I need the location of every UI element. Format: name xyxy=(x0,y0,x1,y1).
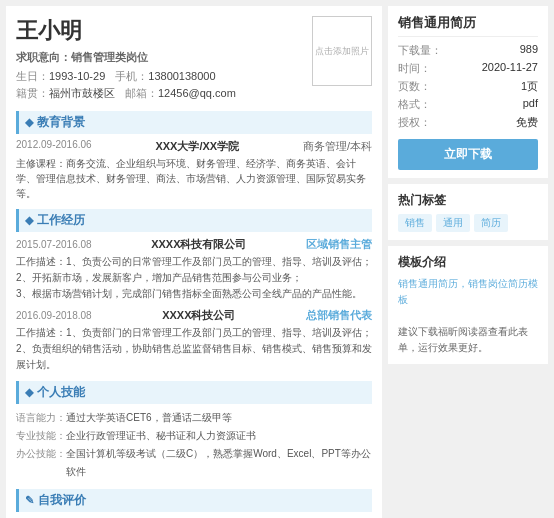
card-title: 销售通用简历 xyxy=(398,14,538,37)
stat-label-2: 页数： xyxy=(398,79,431,94)
edu-courses: 主修课程：商务交流、企业组织与环境、财务管理、经济学、商务英语、会计学、管理信息… xyxy=(16,156,372,201)
work-header-row-1: 2015.07-2016.08 XXXX科技有限公司 区域销售主管 xyxy=(16,237,372,252)
skills-icon: ◆ xyxy=(25,386,33,399)
tags-title: 热门标签 xyxy=(398,192,538,209)
phone-label: 手机： xyxy=(115,70,148,82)
self-eval-title: 自我评价 xyxy=(38,492,86,509)
education-block: 2012.09-2016.06 XXX大学/XX学院 商务管理/本科 主修课程：… xyxy=(16,139,372,201)
skills-value-3: 全国计算机等级考试（二级C），熟悉掌握Word、Excel、PPT等办公软件 xyxy=(66,445,372,481)
edu-school: XXX大学/XX学院 xyxy=(155,139,239,154)
work-date-2: 2016.09-2018.08 xyxy=(16,310,92,321)
stat-row-0: 下载量： 989 xyxy=(398,43,538,58)
right-panel: 销售通用简历 下载量： 989 时间： 2020-11-27 页数： 1页 格式… xyxy=(388,6,548,518)
edu-date: 2012.09-2016.06 xyxy=(16,139,92,154)
work-title: 工作经历 xyxy=(37,212,85,229)
intro-body: 建议下载福昕阅读器查看此表单，运行效果更好。 xyxy=(398,326,528,353)
name-block: 王小明 求职意向：销售管理类岗位 生日：1993-10-29 手机：138001… xyxy=(16,16,312,101)
resume-panel: 王小明 求职意向：销售管理类岗位 生日：1993-10-29 手机：138001… xyxy=(6,6,382,518)
skills-row-2: 专业技能： 企业行政管理证书、秘书证和人力资源证书 xyxy=(16,427,372,445)
download-button[interactable]: 立即下载 xyxy=(398,139,538,170)
work-desc-1: 工作描述：1、负责公司的日常管理工作及部门员工的管理、指导、培训及评估；2、开拓… xyxy=(16,254,372,302)
photo-box[interactable]: 点击添加照片 xyxy=(312,16,372,86)
work-header-row-2: 2016.09-2018.08 XXXX科技公司 总部销售代表 xyxy=(16,308,372,323)
stat-label-0: 下载量： xyxy=(398,43,442,58)
stat-label-3: 格式： xyxy=(398,97,431,112)
birth-label: 生日： xyxy=(16,70,49,82)
intro-text: 销售通用简历，销售岗位简历模板 建议下载福昕阅读器查看此表单，运行效果更好。 xyxy=(398,276,538,356)
work-section-header: ◆ 工作经历 xyxy=(16,209,372,232)
self-eval-section-header: ✎ 自我评价 xyxy=(16,489,372,512)
job-target: 求职意向：销售管理类岗位 xyxy=(16,50,312,65)
stat-label-4: 授权： xyxy=(398,115,431,130)
skills-label-1: 语言能力： xyxy=(16,409,66,427)
skills-value-1: 通过大学英语CET6，普通话二级甲等 xyxy=(66,409,232,427)
birth-value: 1993-10-29 xyxy=(49,70,105,82)
basic-info: 生日：1993-10-29 手机：13800138000 籍贯：福州市鼓楼区 邮… xyxy=(16,69,312,101)
email-info: 邮箱：12456@qq.com xyxy=(125,86,236,101)
work-company-1: XXXX科技有限公司 xyxy=(151,237,246,252)
candidate-name: 王小明 xyxy=(16,16,312,46)
info-card: 销售通用简历 下载量： 989 时间： 2020-11-27 页数： 1页 格式… xyxy=(388,6,548,178)
tag-0[interactable]: 销售 xyxy=(398,214,432,232)
work-icon: ◆ xyxy=(25,214,33,227)
stat-value-4: 免费 xyxy=(516,115,538,130)
stat-label-1: 时间： xyxy=(398,61,431,76)
edu-row: 2012.09-2016.06 XXX大学/XX学院 商务管理/本科 xyxy=(16,139,372,154)
resume-header: 王小明 求职意向：销售管理类岗位 生日：1993-10-29 手机：138001… xyxy=(16,16,372,101)
intro-highlight: 销售通用简历，销售岗位简历模板 xyxy=(398,278,538,305)
job-target-value: 销售管理类岗位 xyxy=(71,51,148,63)
work-company-2: XXXX科技公司 xyxy=(162,308,235,323)
stat-value-1: 2020-11-27 xyxy=(482,61,538,76)
skills-value-2: 企业行政管理证书、秘书证和人力资源证书 xyxy=(66,427,256,445)
intro-title: 模板介绍 xyxy=(398,254,538,271)
skills-label-2: 专业技能： xyxy=(16,427,66,445)
email-value: 12456@qq.com xyxy=(158,87,236,99)
skills-title: 个人技能 xyxy=(37,384,85,401)
work-date-1: 2015.07-2016.08 xyxy=(16,239,92,250)
tags-card: 热门标签 销售 通用 简历 xyxy=(388,184,548,240)
hometown-label: 籍贯： xyxy=(16,87,49,99)
education-icon: ◆ xyxy=(25,116,33,129)
edu-degree: 商务管理/本科 xyxy=(303,139,372,154)
skills-label-3: 办公技能： xyxy=(16,445,66,481)
tag-2[interactable]: 简历 xyxy=(474,214,508,232)
stat-row-3: 格式： pdf xyxy=(398,97,538,112)
skills-section-header: ◆ 个人技能 xyxy=(16,381,372,404)
photo-placeholder: 点击添加照片 xyxy=(315,45,369,58)
education-section-header: ◆ 教育背景 xyxy=(16,111,372,134)
email-label: 邮箱： xyxy=(125,87,158,99)
stat-row-2: 页数： 1页 xyxy=(398,79,538,94)
phone-value: 13800138000 xyxy=(148,70,215,82)
education-title: 教育背景 xyxy=(37,114,85,131)
work-desc-2: 工作描述：1、负责部门的日常管理工作及部门员工的管理、指导、培训及评估；2、负责… xyxy=(16,325,372,373)
stats-list: 下载量： 989 时间： 2020-11-27 页数： 1页 格式： pdf 授… xyxy=(398,43,538,130)
skills-table: 语言能力： 通过大学英语CET6，普通话二级甲等 专业技能： 企业行政管理证书、… xyxy=(16,409,372,481)
stat-row-1: 时间： 2020-11-27 xyxy=(398,61,538,76)
work-desc-text-1: 工作描述：1、负责公司的日常管理工作及部门员工的管理、指导、培训及评估；2、开拓… xyxy=(16,256,372,299)
work-position-1: 区域销售主管 xyxy=(306,237,372,252)
work-block-2: 2016.09-2018.08 XXXX科技公司 总部销售代表 工作描述：1、负… xyxy=(16,308,372,373)
hometown-value: 福州市鼓楼区 xyxy=(49,87,115,99)
stat-value-0: 989 xyxy=(520,43,538,58)
skills-row-1: 语言能力： 通过大学英语CET6，普通话二级甲等 xyxy=(16,409,372,427)
job-target-prefix: 求职意向： xyxy=(16,51,71,63)
tag-1[interactable]: 通用 xyxy=(436,214,470,232)
stat-row-4: 授权： 免费 xyxy=(398,115,538,130)
work-position-2: 总部销售代表 xyxy=(306,308,372,323)
birth-info: 生日：1993-10-29 xyxy=(16,69,105,84)
stat-value-2: 1页 xyxy=(521,79,538,94)
basic-info-row-2: 籍贯：福州市鼓楼区 邮箱：12456@qq.com xyxy=(16,86,312,101)
stat-value-3: pdf xyxy=(523,97,538,112)
basic-info-row-1: 生日：1993-10-29 手机：13800138000 xyxy=(16,69,312,84)
tags-container: 销售 通用 简历 xyxy=(398,214,538,232)
hometown-info: 籍贯：福州市鼓楼区 xyxy=(16,86,115,101)
main-container: 王小明 求职意向：销售管理类岗位 生日：1993-10-29 手机：138001… xyxy=(0,0,554,518)
work-block-1: 2015.07-2016.08 XXXX科技有限公司 区域销售主管 工作描述：1… xyxy=(16,237,372,302)
intro-card: 模板介绍 销售通用简历，销售岗位简历模板 建议下载福昕阅读器查看此表单，运行效果… xyxy=(388,246,548,364)
self-eval-icon: ✎ xyxy=(25,494,34,507)
work-desc-text-2: 工作描述：1、负责部门的日常管理工作及部门员工的管理、指导、培训及评估；2、负责… xyxy=(16,327,372,370)
phone-info: 手机：13800138000 xyxy=(115,69,215,84)
skills-row-3: 办公技能： 全国计算机等级考试（二级C），熟悉掌握Word、Excel、PPT等… xyxy=(16,445,372,481)
